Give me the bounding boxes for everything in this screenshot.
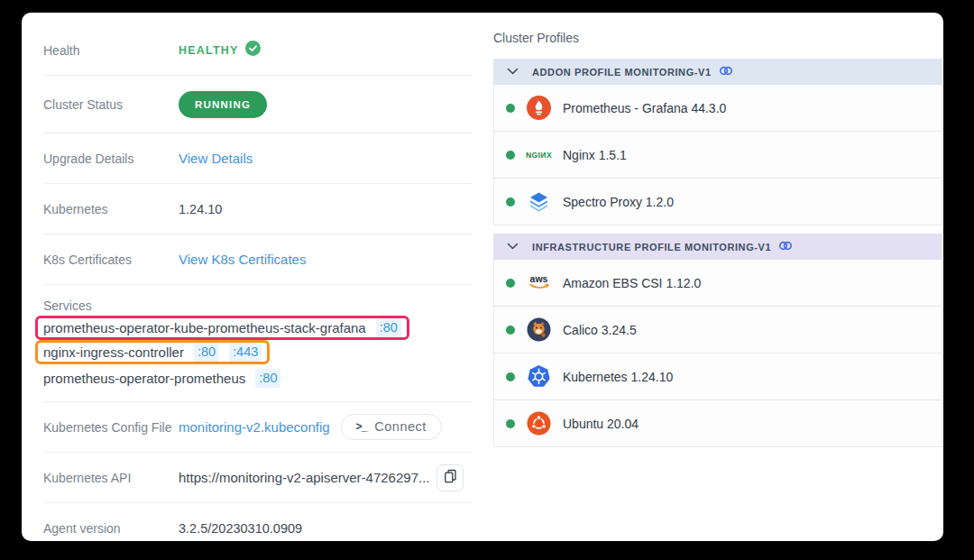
cluster-status-label: Cluster Status <box>43 97 179 112</box>
kubernetes-api-row: Kubernetes API https://monitoring-v2-api… <box>43 453 473 503</box>
status-dot <box>506 326 515 335</box>
k8s-certificates-row: K8s Certificates View K8s Certificates <box>43 234 473 285</box>
status-dot <box>506 104 515 113</box>
check-circle-icon <box>245 41 261 60</box>
kubernetes-version-row: Kubernetes 1.24.10 <box>43 184 473 234</box>
health-label: Health <box>43 43 179 58</box>
cluster-profiles-panel: Cluster Profiles ADDON PROFILE MONITORIN… <box>493 13 942 541</box>
addon-profile-section: ADDON PROFILE MONITORING-V1 Prometheus -… <box>493 59 942 225</box>
kubernetes-api-url: https://monitoring-v2-apiserver-4726297.… <box>179 470 429 485</box>
kubeconfig-label: Kubernetes Config File <box>43 420 179 435</box>
agent-version-value: 3.2.5/20230310.0909 <box>179 521 302 536</box>
kubernetes-label: Kubernetes <box>43 202 179 216</box>
infrastructure-profile-section: INFRASTRUCTURE PROFILE MONITORING-V1 aws… <box>493 234 942 447</box>
view-details-link[interactable]: View Details <box>179 151 253 166</box>
pack-label: Nginx 1.5.1 <box>563 148 627 162</box>
ubuntu-icon <box>527 411 551 436</box>
nginx-logo-icon: NGIИX <box>527 142 551 167</box>
kubernetes-version-value: 1.24.10 <box>179 202 222 216</box>
status-dot <box>506 279 515 288</box>
pack-label: Kubernetes 1.24.10 <box>563 370 673 384</box>
profile-item-nginx[interactable]: NGIИX Nginx 1.5.1 <box>493 132 942 179</box>
service-row-grafana: prometheus-operator-kube-prometheus-stac… <box>43 316 473 340</box>
addon-profile-header-label: ADDON PROFILE MONITORING-V1 <box>532 67 712 78</box>
status-dot <box>506 151 515 160</box>
cluster-profiles-title: Cluster Profiles <box>493 31 942 45</box>
agent-version-label: Agent version <box>43 521 179 536</box>
cluster-overview-card: Health HEALTHY Cluster Status RUNNING Up… <box>22 13 943 541</box>
k8s-certificates-label: K8s Certificates <box>43 252 179 267</box>
spectro-proxy-icon <box>527 189 551 214</box>
service-name: nginx-ingress-controller <box>43 343 184 362</box>
kubeconfig-row: Kubernetes Config File monitoring-v2.kub… <box>43 402 473 453</box>
service-port-link[interactable]: :80 <box>194 343 219 362</box>
orange-highlight-box: nginx-ingress-controller :80 :443 <box>35 340 270 364</box>
aws-icon: aws <box>527 271 551 295</box>
connect-button-label: Connect <box>374 419 427 434</box>
pack-label: Ubuntu 20.04 <box>563 417 639 431</box>
addon-profile-header[interactable]: ADDON PROFILE MONITORING-V1 <box>493 59 942 85</box>
link-icon[interactable] <box>719 65 733 78</box>
service-plain-box: prometheus-operator-prometheus :80 <box>35 366 289 390</box>
kubernetes-api-label: Kubernetes API <box>43 471 179 485</box>
kubeconfig-file-link[interactable]: monitoring-v2.kubeconfig <box>179 419 330 435</box>
profile-item-kubernetes[interactable]: Kubernetes 1.24.10 <box>493 353 942 400</box>
infrastructure-profile-header[interactable]: INFRASTRUCTURE PROFILE MONITORING-V1 <box>493 234 942 260</box>
service-port-link[interactable]: :80 <box>255 369 280 388</box>
pack-label: Calico 3.24.5 <box>563 323 637 337</box>
health-status-badge: HEALTHY <box>179 44 239 57</box>
calico-icon <box>527 317 551 342</box>
terminal-prompt-icon: >_ <box>356 420 367 433</box>
view-k8s-certificates-link[interactable]: View K8s Certificates <box>179 252 306 267</box>
link-icon[interactable] <box>778 240 793 253</box>
chevron-down-icon <box>507 67 519 78</box>
profile-item-calico[interactable]: Calico 3.24.5 <box>493 307 942 353</box>
cluster-details-panel: Health HEALTHY Cluster Status RUNNING Up… <box>22 13 473 541</box>
kubernetes-icon <box>527 364 551 389</box>
copy-button[interactable] <box>436 464 464 491</box>
connect-button[interactable]: >_ Connect <box>341 414 442 440</box>
profile-item-prometheus-grafana[interactable]: Prometheus - Grafana 44.3.0 <box>493 85 942 132</box>
services-label: Services <box>43 298 473 313</box>
infrastructure-profile-header-label: INFRASTRUCTURE PROFILE MONITORING-V1 <box>532 242 771 252</box>
pack-label: Amazon EBS CSI 1.12.0 <box>563 276 701 290</box>
pink-highlight-box: prometheus-operator-kube-prometheus-stac… <box>35 316 409 340</box>
pack-label: Prometheus - Grafana 44.3.0 <box>563 101 726 115</box>
services-section: Services prometheus-operator-kube-promet… <box>43 285 473 402</box>
cluster-status-row: Cluster Status RUNNING <box>43 76 473 133</box>
service-port-link[interactable]: :443 <box>229 343 262 362</box>
agent-version-row: Agent version 3.2.5/20230310.0909 <box>43 503 473 541</box>
service-row-nginx-ingress: nginx-ingress-controller :80 :443 <box>43 340 473 364</box>
chevron-down-icon <box>507 242 519 252</box>
upgrade-details-label: Upgrade Details <box>43 151 179 166</box>
service-row-prometheus: prometheus-operator-prometheus :80 <box>43 366 473 390</box>
copy-icon <box>444 469 457 486</box>
profile-item-spectro-proxy[interactable]: Spectro Proxy 1.2.0 <box>493 179 942 225</box>
pack-label: Spectro Proxy 1.2.0 <box>563 195 674 209</box>
service-name: prometheus-operator-prometheus <box>43 369 245 388</box>
upgrade-details-row: Upgrade Details View Details <box>43 133 473 184</box>
prometheus-icon <box>527 96 551 120</box>
service-name: prometheus-operator-kube-prometheus-stac… <box>43 318 366 337</box>
profile-item-amazon-ebs-csi[interactable]: aws Amazon EBS CSI 1.12.0 <box>493 260 942 307</box>
status-dot <box>506 419 515 428</box>
status-dot <box>506 372 515 381</box>
service-port-link[interactable]: :80 <box>376 318 401 337</box>
profile-item-ubuntu[interactable]: Ubuntu 20.04 <box>493 400 942 447</box>
health-row: Health HEALTHY <box>43 25 473 76</box>
running-status-badge: RUNNING <box>179 91 267 118</box>
status-dot <box>506 197 515 207</box>
